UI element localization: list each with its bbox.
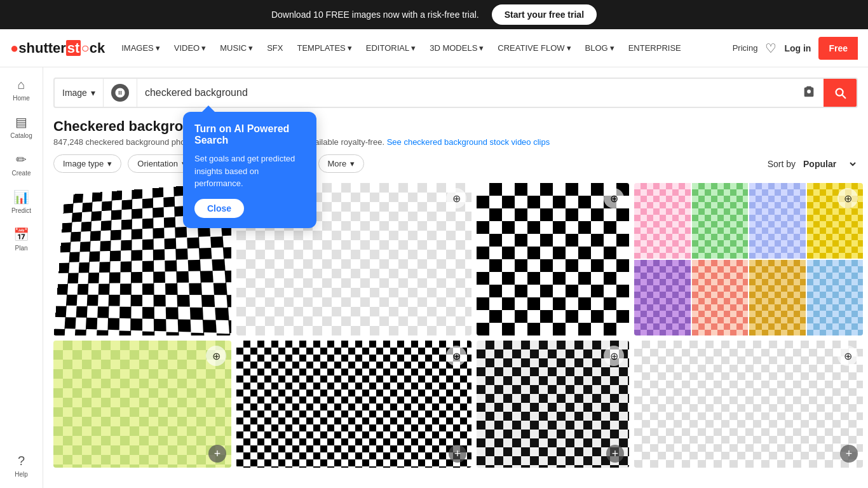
top-banner: Download 10 FREE images now with a risk-… — [0, 0, 868, 29]
image-item-6[interactable]: + ⊕ — [236, 341, 471, 468]
zoom-button[interactable]: ⊕ — [446, 188, 466, 208]
zoom-button[interactable]: ⊕ — [837, 188, 858, 208]
camera-search-button[interactable] — [794, 85, 824, 102]
logo[interactable]: ●shutterst○ck — [10, 40, 105, 57]
add-button[interactable]: + — [449, 445, 466, 463]
sidebar-label-predict: Predict — [11, 207, 31, 214]
zoom-button[interactable]: ⊕ — [604, 188, 624, 208]
nav: ●shutterst○ck IMAGES ▾ VIDEO ▾ MUSIC ▾ S… — [0, 29, 868, 67]
multi-checker-grid — [634, 183, 863, 336]
sidebar-item-plan[interactable]: 📅 Plan — [0, 222, 43, 257]
checker-green — [692, 183, 749, 259]
image-item-5[interactable]: + ⊕ — [53, 341, 231, 468]
search-input[interactable] — [137, 87, 794, 98]
checker-salmon — [692, 260, 749, 336]
filters-bar: Image type ▾ Orientation ▾ People ▾ Arti… — [53, 154, 858, 173]
ai-tooltip-title: Turn on AI Powered Search — [194, 123, 305, 146]
search-type-label: Image — [62, 88, 87, 98]
content-area: Image ▾ Checkered background free images — [43, 67, 868, 488]
nav-item-templates[interactable]: TEMPLATES ▾ — [290, 38, 358, 58]
ai-icon — [111, 84, 129, 102]
checker-pink — [634, 183, 691, 259]
video-clips-link[interactable]: See checkered background stock video cli… — [387, 137, 550, 147]
nav-item-music[interactable]: MUSIC ▾ — [214, 38, 259, 58]
page-title: Checkered background free images — [53, 118, 858, 135]
plan-icon: 📅 — [13, 227, 29, 242]
filter-image-type[interactable]: Image type ▾ — [53, 154, 121, 173]
checker-purple — [634, 260, 691, 336]
sidebar: ⌂ Home ▤ Catalog ✏ Create 📊 Predict 📅 Pl… — [0, 67, 43, 488]
sort-controls: Sort by Popular Newest Relevance — [768, 158, 858, 170]
sort-select[interactable]: Popular Newest Relevance — [801, 158, 858, 170]
nav-item-blog[interactable]: BLOG ▾ — [579, 38, 621, 58]
nav-item-images[interactable]: IMAGES ▾ — [115, 38, 166, 58]
create-icon: ✏ — [16, 152, 27, 167]
sidebar-item-home[interactable]: ⌂ Home — [0, 72, 43, 107]
zoom-button[interactable]: ⊕ — [206, 346, 226, 366]
sidebar-item-help[interactable]: ? Help — [0, 449, 43, 483]
nav-item-enterprise[interactable]: ENTERPRISE — [622, 38, 688, 58]
sidebar-label-home: Home — [13, 95, 30, 102]
checker-blue — [749, 183, 806, 259]
add-button[interactable]: + — [840, 445, 858, 463]
free-button[interactable]: Free — [818, 37, 858, 60]
sidebar-label-create: Create — [11, 170, 31, 177]
search-bar: Image ▾ — [53, 78, 858, 108]
nav-items: IMAGES ▾ VIDEO ▾ MUSIC ▾ SFX TEMPLATES ▾… — [115, 38, 732, 58]
nav-item-sfx[interactable]: SFX — [261, 38, 289, 58]
zoom-button[interactable]: ⊕ — [837, 346, 858, 366]
logo-icon: ● — [10, 40, 18, 56]
filter-more[interactable]: More ▾ — [318, 154, 365, 173]
sidebar-label-plan: Plan — [15, 245, 27, 252]
trial-button[interactable]: Start your free trial — [492, 4, 597, 25]
chevron-down-icon: ▾ — [91, 88, 95, 98]
sidebar-item-predict[interactable]: 📊 Predict — [0, 184, 43, 219]
login-button[interactable]: Log in — [784, 43, 811, 53]
ai-search-button[interactable] — [104, 79, 137, 107]
image-item-4[interactable]: ⊕ — [634, 183, 863, 336]
ai-tooltip-body: Set goals and get predicted insights bas… — [194, 152, 305, 190]
image-grid: ⊕ ⊕ ⊕ — [53, 183, 858, 468]
catalog-icon: ▤ — [15, 114, 27, 130]
add-button[interactable]: + — [208, 445, 226, 463]
ai-tooltip-popup: Turn on AI Powered Search Set goals and … — [183, 112, 316, 228]
predict-icon: 📊 — [13, 189, 29, 205]
add-button[interactable]: + — [606, 445, 624, 463]
home-icon: ⌂ — [17, 78, 25, 92]
nav-right: Pricing ♡ Log in Free — [733, 37, 858, 60]
checker-lightblue — [807, 260, 864, 336]
help-icon: ? — [18, 454, 25, 468]
banner-message: Download 10 FREE images now with a risk-… — [271, 10, 479, 20]
zoom-button[interactable]: ⊕ — [446, 346, 466, 366]
page-subtitle: 847,248 checkered background photos, vec… — [53, 137, 858, 147]
logo-text: ●shutterst○ck — [10, 40, 105, 57]
nav-item-creative-flow[interactable]: CREATIVE FLOW ▾ — [491, 38, 577, 58]
sidebar-label-help: Help — [15, 471, 28, 478]
search-submit-button[interactable] — [824, 79, 857, 107]
nav-item-video[interactable]: VIDEO ▾ — [168, 38, 212, 58]
close-tooltip-button[interactable]: Close — [194, 199, 244, 218]
chevron-down-icon: ▾ — [350, 159, 355, 168]
image-item-3[interactable]: ⊕ — [477, 183, 629, 336]
heart-icon[interactable]: ♡ — [765, 41, 776, 56]
checker-gold — [749, 260, 806, 336]
image-item-8[interactable]: + ⊕ — [634, 341, 863, 468]
nav-item-3d-models[interactable]: 3D MODELS ▾ — [423, 38, 490, 58]
nav-item-editorial[interactable]: EDITORIAL ▾ — [360, 38, 422, 58]
sidebar-item-create[interactable]: ✏ Create — [0, 147, 43, 182]
zoom-button[interactable]: ⊕ — [604, 346, 624, 366]
search-type-selector[interactable]: Image ▾ — [55, 79, 104, 107]
sidebar-item-catalog[interactable]: ▤ Catalog — [0, 109, 43, 144]
sort-by-label: Sort by — [768, 159, 796, 169]
sidebar-label-catalog: Catalog — [10, 132, 32, 139]
main-layout: ⌂ Home ▤ Catalog ✏ Create 📊 Predict 📅 Pl… — [0, 67, 868, 488]
nav-pricing[interactable]: Pricing — [733, 43, 758, 53]
chevron-down-icon: ▾ — [107, 159, 112, 168]
image-item-7[interactable]: + ⊕ — [477, 341, 629, 468]
